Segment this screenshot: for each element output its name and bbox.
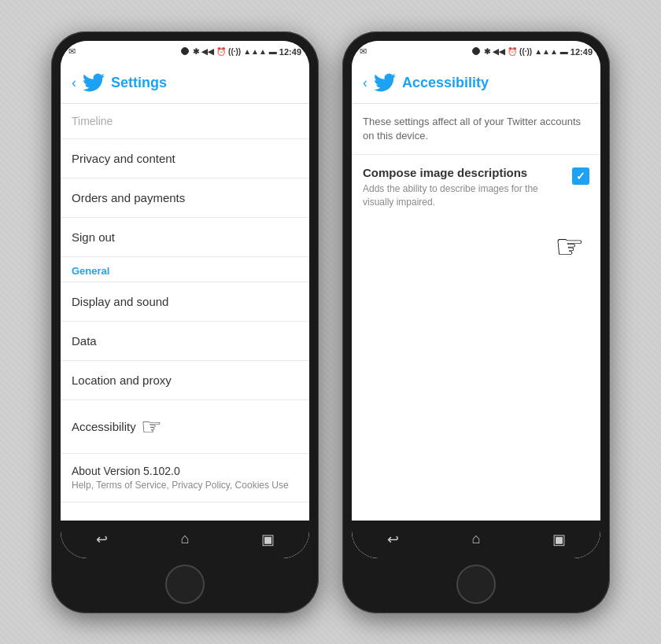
about-links: Help, Terms of Service, Privacy Policy, …	[72, 480, 298, 491]
battery-icon-2: ▬	[560, 47, 568, 56]
status-left-icons: ✉	[68, 46, 76, 57]
back-nav-button-2[interactable]: ↩	[382, 528, 404, 550]
compose-image-option[interactable]: Compose image descriptions Adds the abil…	[352, 155, 600, 220]
back-button[interactable]: ‹	[72, 75, 76, 91]
twitter-logo	[83, 72, 105, 94]
settings-screen: ✉ ✱ ◀◀ ⏰ ((·)) ▲▲▲ ▬ 12:49 ‹ Settings	[61, 41, 309, 558]
signout-item[interactable]: Sign out	[61, 218, 309, 257]
cursor-pointer-icon: ☞	[141, 413, 162, 440]
about-item[interactable]: About Version 5.102.0 Help, Terms of Ser…	[61, 454, 309, 502]
status-left-icons-2: ✉	[360, 46, 367, 57]
accessibility-item[interactable]: Accessibility ☞	[61, 400, 309, 454]
volume-icon-2: ◀◀	[493, 47, 505, 56]
home-button-2[interactable]	[456, 565, 496, 604]
settings-list: Timeline Privacy and content Orders and …	[61, 104, 309, 521]
alarm-icon: ⏰	[216, 47, 226, 56]
signal-icon-2: ▲▲▲	[534, 47, 558, 56]
timeline-item[interactable]: Timeline	[61, 104, 309, 139]
option-subtitle: Adds the ability to describe images for …	[363, 182, 564, 209]
option-text: Compose image descriptions Adds the abil…	[363, 166, 564, 209]
home-nav-button[interactable]: ⌂	[174, 528, 196, 550]
alarm-icon-2: ⏰	[508, 47, 517, 56]
status-right-icons-2: ✱ ◀◀ ⏰ ((·)) ▲▲▲ ▬ 12:49	[484, 47, 593, 57]
volume-icon: ◀◀	[201, 47, 214, 56]
general-section-header: General	[61, 257, 309, 282]
status-right-icons: ✱ ◀◀ ⏰ ((·)) ▲▲▲ ▬ 12:49	[193, 47, 301, 57]
accessibility-description: These settings affect all of your Twitte…	[352, 104, 600, 155]
settings-title: Settings	[111, 75, 167, 91]
twitter-logo-2	[374, 72, 396, 94]
signal-icon: ▲▲▲	[243, 47, 267, 56]
phone-settings: ✉ ✱ ◀◀ ⏰ ((·)) ▲▲▲ ▬ 12:49 ‹ Settings	[51, 31, 319, 613]
about-title: About Version 5.102.0	[72, 465, 298, 477]
mail-icon: ✉	[68, 46, 76, 57]
back-button-2[interactable]: ‹	[363, 75, 367, 91]
wifi-icon-2: ((·))	[519, 47, 532, 56]
location-item[interactable]: Location and proxy	[61, 361, 309, 400]
bluetooth-icon-2: ✱	[484, 47, 490, 56]
option-title: Compose image descriptions	[363, 166, 564, 179]
privacy-item[interactable]: Privacy and content	[61, 139, 309, 178]
wifi-icon: ((·))	[228, 47, 241, 56]
home-button[interactable]	[165, 565, 205, 604]
recent-nav-button-2[interactable]: ▣	[548, 528, 570, 550]
back-nav-button[interactable]: ↩	[91, 528, 113, 550]
checkbox-checked[interactable]	[572, 167, 589, 185]
battery-icon: ▬	[269, 47, 277, 56]
app-bar-accessibility: ‹ Accessibility	[352, 63, 600, 104]
status-time: 12:49	[279, 47, 301, 57]
orders-item[interactable]: Orders and payments	[61, 178, 309, 218]
recent-nav-button[interactable]: ▣	[257, 528, 279, 550]
accessibility-screen: ✉ ✱ ◀◀ ⏰ ((·)) ▲▲▲ ▬ 12:49 ‹ Accessibili…	[352, 41, 600, 558]
accessibility-content: These settings affect all of your Twitte…	[352, 104, 600, 521]
accessibility-title: Accessibility	[402, 75, 489, 91]
cursor-area: ☞	[352, 219, 600, 274]
camera-2	[472, 47, 480, 55]
data-item[interactable]: Data	[61, 322, 309, 361]
status-time-2: 12:49	[571, 47, 593, 57]
bluetooth-icon: ✱	[193, 47, 199, 56]
bottom-nav-2: ↩ ⌂ ▣	[352, 521, 600, 558]
app-bar-settings: ‹ Settings	[61, 63, 309, 104]
home-nav-button-2[interactable]: ⌂	[465, 528, 487, 550]
bottom-nav: ↩ ⌂ ▣	[61, 521, 309, 558]
display-item[interactable]: Display and sound	[61, 282, 309, 322]
camera	[181, 47, 189, 55]
mail-icon-2: ✉	[360, 46, 367, 57]
cursor-pointer-icon-2: ☞	[555, 227, 585, 266]
phone-accessibility: ✉ ✱ ◀◀ ⏰ ((·)) ▲▲▲ ▬ 12:49 ‹ Accessibili…	[342, 31, 610, 613]
